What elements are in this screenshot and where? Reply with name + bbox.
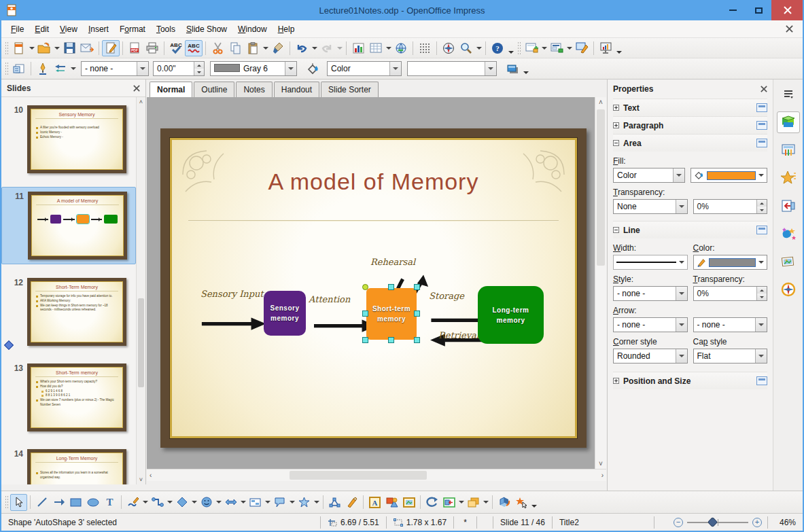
curve-tool[interactable] <box>124 494 141 511</box>
menu-format[interactable]: Format <box>114 22 151 37</box>
expand-icon[interactable] <box>613 378 619 384</box>
fill-color-dropdown-icon[interactable] <box>758 171 764 179</box>
toolbar-grip[interactable] <box>5 41 8 55</box>
selection-handle-bottom-left[interactable] <box>362 337 368 343</box>
undo-button[interactable] <box>293 40 311 56</box>
basic-shapes-dropdown[interactable] <box>190 494 198 510</box>
tab-outline[interactable]: Outline <box>194 82 234 97</box>
text-tool[interactable]: T <box>101 494 118 511</box>
sidebar-tab-master-pages[interactable] <box>777 139 800 161</box>
arrow-line-tool[interactable] <box>50 494 67 511</box>
menu-insert[interactable]: Insert <box>83 22 114 37</box>
display-grid-button[interactable] <box>416 40 434 56</box>
corner-style-combo[interactable]: Rounded <box>613 349 688 363</box>
callouts-tool[interactable] <box>271 494 288 511</box>
section-area[interactable]: Area <box>613 134 767 152</box>
scrollbar-thumb[interactable] <box>290 471 427 480</box>
line-color-dropdown-icon[interactable] <box>758 258 764 266</box>
line-button[interactable] <box>34 60 52 77</box>
zoom-slider[interactable] <box>687 522 748 523</box>
label-attention[interactable]: Attention <box>309 294 350 304</box>
zoom-button[interactable] <box>457 40 475 56</box>
fill-type-combo-arrow[interactable] <box>389 62 401 75</box>
paragraph-dialog-launcher-icon[interactable] <box>756 121 767 130</box>
toolbar-grip[interactable] <box>5 62 8 75</box>
ellipse-tool[interactable] <box>84 494 101 511</box>
slide-editing-area[interactable]: A model of Memory <box>160 128 587 448</box>
slide-thumbnail-14[interactable]: 14 Long-Term Memory Stores all the infor… <box>1 445 136 484</box>
new-document-button[interactable] <box>10 40 28 56</box>
copy-button[interactable] <box>226 40 244 56</box>
select-tool[interactable] <box>10 494 27 511</box>
symbol-shapes-dropdown[interactable] <box>215 494 222 510</box>
navigator-button[interactable] <box>440 40 457 56</box>
width-down-icon[interactable] <box>194 69 204 75</box>
selection-handle-middle-right[interactable] <box>414 311 420 317</box>
line-width-spinner[interactable]: 0.00" <box>153 61 205 76</box>
from-file-tool[interactable] <box>383 494 400 511</box>
edit-points-tool[interactable] <box>326 494 343 511</box>
area-fill-type-combo[interactable]: Color <box>613 168 685 183</box>
print-button[interactable] <box>143 40 161 56</box>
line-color-combo[interactable]: Gray 6 <box>210 61 297 76</box>
tab-normal[interactable]: Normal <box>150 82 192 97</box>
menu-help[interactable]: Help <box>273 22 300 37</box>
sidebar-settings-icon[interactable] <box>777 84 800 105</box>
expand-icon[interactable] <box>613 105 619 111</box>
new-slide-button[interactable] <box>523 40 540 56</box>
sidebar-tab-animation-effects[interactable] <box>777 223 800 245</box>
flowchart-dropdown[interactable] <box>264 494 271 510</box>
collapse-icon[interactable] <box>613 140 619 146</box>
cap-style-combo[interactable]: Flat <box>693 349 768 363</box>
line-color-combo-arrow[interactable] <box>285 62 296 75</box>
block-arrows-dropdown[interactable] <box>239 494 247 510</box>
slide-layout-dropdown[interactable] <box>565 40 573 56</box>
selection-handle-top-right[interactable] <box>414 284 420 290</box>
width-up-icon[interactable] <box>194 62 204 69</box>
paste-button[interactable] <box>244 40 262 56</box>
cut-button[interactable] <box>209 40 226 56</box>
arrow-style-button[interactable] <box>52 60 69 77</box>
save-button[interactable] <box>60 40 78 56</box>
section-line[interactable]: Line <box>613 221 767 238</box>
slide-thumbnail-13[interactable]: 13 Short-Term memory What's your Short-t… <box>1 359 136 436</box>
line-width-button[interactable] <box>613 255 688 270</box>
slide-layout-button[interactable] <box>548 40 565 56</box>
area-dialog-launcher-icon[interactable] <box>756 139 767 147</box>
interaction-tool[interactable] <box>512 494 529 511</box>
auto-spellcheck-button[interactable]: ABC <box>185 40 203 56</box>
scroll-down-icon[interactable]: ˅ <box>595 460 606 467</box>
line-color-button[interactable] <box>693 255 768 270</box>
scrollbar-thumb[interactable] <box>138 298 144 387</box>
extrusion-tool[interactable] <box>495 494 512 511</box>
stars-dropdown[interactable] <box>313 494 320 510</box>
scroll-up-icon[interactable]: ˄ <box>137 99 145 105</box>
shadow-button[interactable] <box>504 60 521 77</box>
label-rehearsal[interactable]: Rehearsal <box>370 257 415 267</box>
rectangle-tool[interactable] <box>67 494 84 511</box>
line-width-dropdown-icon[interactable] <box>679 258 684 266</box>
sidebar-tab-slide-transition[interactable] <box>777 195 800 217</box>
slide-thumbnail-11-selected[interactable]: 11 A model of Memory <box>1 187 136 264</box>
fill-color-combo[interactable] <box>407 61 497 76</box>
open-dropdown[interactable] <box>53 40 60 56</box>
tab-handout[interactable]: Handout <box>274 82 319 97</box>
box-sensory-memory[interactable]: Sensory memory <box>264 291 306 336</box>
clone-formatting-button[interactable] <box>269 40 287 56</box>
line-style-combo-arrow[interactable] <box>137 62 148 75</box>
selection-handle-bottom-right[interactable] <box>414 337 420 343</box>
slides-panel-close-icon[interactable] <box>133 85 140 92</box>
line-style-combo[interactable]: - none - <box>81 61 149 76</box>
table-dropdown[interactable] <box>385 40 392 56</box>
slide-thumbnail-12[interactable]: 12 Short-Term Memory Temporary storage f… <box>1 274 136 350</box>
section-text[interactable]: Text <box>613 99 767 116</box>
scrollbar-thumb[interactable] <box>597 109 605 266</box>
zoom-percentage[interactable]: 46% <box>767 516 803 529</box>
canvas-vertical-scrollbar[interactable]: ˄ ˅ <box>595 97 606 469</box>
selection-handle-middle-left[interactable] <box>362 311 368 317</box>
line-tool[interactable] <box>33 494 50 511</box>
email-button[interactable] <box>78 40 96 56</box>
menu-slide-show[interactable]: Slide Show <box>181 22 232 37</box>
hyperlink-button[interactable] <box>392 40 410 56</box>
area-fill-color-button[interactable] <box>691 168 768 183</box>
